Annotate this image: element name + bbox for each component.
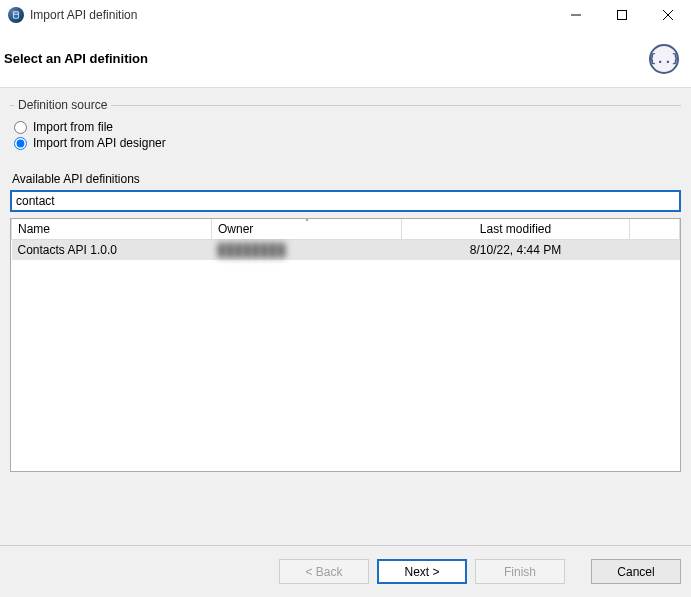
sort-asc-icon: ˄	[305, 218, 309, 227]
svg-rect-1	[618, 11, 627, 20]
column-header-owner-label: Owner	[218, 222, 253, 236]
api-braces-icon: {..}	[649, 44, 679, 74]
page-heading: Select an API definition	[4, 51, 148, 66]
cancel-button[interactable]: Cancel	[591, 559, 681, 584]
close-button[interactable]	[645, 0, 691, 30]
search-input[interactable]	[10, 190, 681, 212]
radio-import-from-api-designer-input[interactable]	[14, 137, 27, 150]
wizard-content: Definition source Import from file Impor…	[0, 88, 691, 545]
next-button[interactable]: Next >	[377, 559, 467, 584]
definition-source-legend: Definition source	[14, 98, 111, 112]
column-header-last-modified-label: Last modified	[480, 222, 551, 236]
cell-extra	[630, 240, 680, 261]
column-header-name-label: Name	[18, 222, 50, 236]
cell-last-modified: 8/10/22, 4:44 PM	[402, 240, 630, 261]
back-button: < Back	[279, 559, 369, 584]
column-header-owner[interactable]: ˄ Owner	[212, 219, 402, 240]
wizard-footer: < Back Next > Finish Cancel	[0, 545, 691, 597]
radio-import-from-api-designer[interactable]: Import from API designer	[14, 136, 677, 150]
wizard-banner: Select an API definition {..}	[0, 30, 691, 88]
radio-import-from-api-designer-label: Import from API designer	[33, 136, 166, 150]
title-bar: Import API definition	[0, 0, 691, 30]
window-title: Import API definition	[30, 8, 553, 22]
table-header-row: Name ˄ Owner Last modified	[12, 219, 680, 240]
column-header-name[interactable]: Name	[12, 219, 212, 240]
radio-import-from-file-input[interactable]	[14, 121, 27, 134]
definitions-table-wrap: Name ˄ Owner Last modified Contacts API …	[10, 218, 681, 472]
column-header-extra	[630, 219, 680, 240]
maximize-button[interactable]	[599, 0, 645, 30]
cell-owner: ████████	[212, 240, 402, 261]
finish-button: Finish	[475, 559, 565, 584]
available-label: Available API definitions	[12, 172, 681, 186]
definition-source-group: Definition source Import from file Impor…	[10, 98, 681, 162]
radio-import-from-file[interactable]: Import from file	[14, 120, 677, 134]
radio-import-from-file-label: Import from file	[33, 120, 113, 134]
cell-name: Contacts API 1.0.0	[12, 240, 212, 261]
table-row[interactable]: Contacts API 1.0.0 ████████ 8/10/22, 4:4…	[12, 240, 680, 261]
window-controls	[553, 0, 691, 30]
column-header-last-modified[interactable]: Last modified	[402, 219, 630, 240]
app-icon	[8, 7, 24, 23]
minimize-button[interactable]	[553, 0, 599, 30]
definitions-table: Name ˄ Owner Last modified Contacts API …	[11, 219, 680, 260]
